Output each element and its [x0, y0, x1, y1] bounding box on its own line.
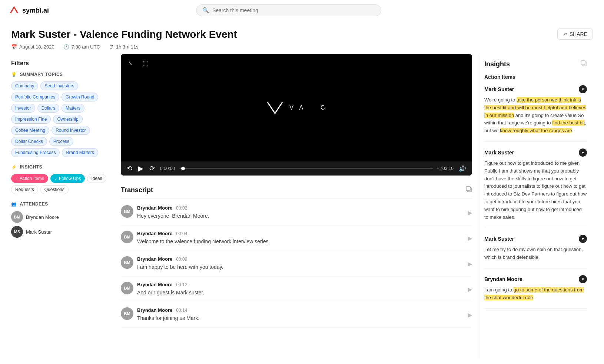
- page-title-area: Mark Suster - Valence Funding Network Ev…: [0, 21, 604, 54]
- normal-text: Let me try to do my own spin on that que…: [484, 247, 583, 260]
- transcript-timestamp: 00:12: [176, 282, 187, 287]
- transcript-play-button[interactable]: ▶: [468, 311, 472, 318]
- transcript-text: And our guest is Mark suster.: [137, 289, 464, 297]
- insight-card-header: Bryndan Moore ▾: [484, 275, 587, 283]
- video-progress-bar[interactable]: [179, 168, 433, 169]
- summary-topic-tag[interactable]: Process: [49, 137, 73, 146]
- video-progress-dot: [181, 167, 185, 170]
- video-container: ⤡ ⬚ V A C ⟲ ▶ ⟳ 0:00:00 -1:03: [121, 54, 472, 176]
- insight-card-text: Let me try to do my own spin on that que…: [484, 246, 587, 261]
- insights-section-title: Action Items: [484, 74, 587, 80]
- transcript-play-button[interactable]: ▶: [468, 235, 472, 242]
- summary-topic-tag[interactable]: Portfolio Companies: [11, 93, 59, 101]
- video-top-controls: ⤡ ⬚: [125, 58, 151, 68]
- video-brand-text: V A C: [289, 104, 327, 111]
- transcript-play-button[interactable]: ▶: [468, 260, 472, 267]
- transcript-meta: Bryndan Moore 00:12: [137, 282, 464, 287]
- insight-card: Mark Suster ▾ Figure out how to get intr…: [484, 148, 587, 228]
- transcript-entry: BM Bryndan Moore 00:02 Hey everyone, Bre…: [121, 200, 472, 226]
- app-logo[interactable]: symbl.ai: [9, 5, 49, 16]
- meta-time: 🕐 7:38 am UTC: [63, 44, 100, 50]
- summary-topic-tag[interactable]: Company: [11, 81, 38, 90]
- summary-topic-tag[interactable]: Impression Fine: [11, 115, 51, 124]
- meta-duration: ⏱ 1h 3m 11s: [109, 44, 139, 50]
- insight-filter-tag[interactable]: Questions: [40, 185, 69, 194]
- share-button[interactable]: ↗ SHARE: [557, 29, 593, 40]
- attendee-item[interactable]: BM Bryndan Moore: [11, 211, 115, 223]
- insights-copy-button[interactable]: [580, 60, 587, 68]
- summary-topic-tag[interactable]: Seed Investors: [40, 81, 78, 90]
- transcript-entry: BM Bryndan Moore 00:04 Welcome to the va…: [121, 226, 472, 251]
- attendees-list: BM Bryndan Moore MS Mark Suster: [11, 211, 115, 238]
- video-skip-back-btn[interactable]: ⟲: [126, 164, 133, 173]
- insights-cards-container: Mark Suster ▾ We're going to take the pe…: [484, 85, 587, 309]
- summary-topic-tag[interactable]: Fundraising Process: [11, 148, 60, 157]
- video-play-btn[interactable]: ▶: [137, 164, 144, 173]
- transcript-play-button[interactable]: ▶: [468, 209, 472, 216]
- summary-topic-tag[interactable]: Round Investor: [52, 126, 90, 135]
- video-logo: V A C: [266, 100, 327, 115]
- transcript-copy-button[interactable]: [465, 186, 472, 194]
- search-bar[interactable]: 🔍: [196, 4, 381, 16]
- transcript-entry-content: Bryndan Moore 00:14 Thanks for joining u…: [137, 307, 464, 322]
- video-current-time: 0:00:00: [160, 166, 175, 171]
- insight-card-text: Figure out how to get introduced to me g…: [484, 160, 587, 221]
- transcript-meta: Bryndan Moore 00:02: [137, 205, 464, 211]
- normal-text: .: [533, 295, 535, 300]
- attendee-item[interactable]: MS Mark Suster: [11, 226, 115, 238]
- insight-card-text: I am going to go to some of the question…: [484, 286, 587, 302]
- transcript-entry-content: Bryndan Moore 00:12 And our guest is Mar…: [137, 282, 464, 297]
- transcript-entries: BM Bryndan Moore 00:02 Hey everyone, Bre…: [121, 200, 472, 328]
- summary-topic-tag[interactable]: Dollars: [37, 104, 59, 113]
- insight-card: Bryndan Moore ▾ I am going to go to some…: [484, 275, 587, 309]
- insights-panel: Insights Action Items Mark Suster ▾ We'r…: [478, 54, 593, 359]
- insight-card-header: Mark Suster ▾: [484, 235, 587, 243]
- transcript-text: Hey everyone, Brendan Moore.: [137, 212, 464, 220]
- attendee-avatar: BM: [11, 211, 23, 223]
- insight-filter-tag[interactable]: ✓ Follow Ups: [50, 174, 85, 183]
- video-volume-btn[interactable]: 🔊: [458, 165, 467, 172]
- video-fullscreen-btn[interactable]: ⤡: [125, 58, 136, 68]
- insights-filter-label: INSIGHTS: [20, 164, 43, 170]
- video-total-time: -1:03:10: [437, 166, 454, 171]
- summary-topics-section: 💡 SUMMARY TOPICS CompanySeed InvestorsPo…: [11, 72, 115, 157]
- summary-topic-tag[interactable]: Growth Round: [62, 93, 98, 101]
- people-icon: 👥: [11, 201, 17, 207]
- video-skip-forward-btn[interactable]: ⟳: [149, 164, 156, 173]
- insight-filter-tag[interactable]: ✓ Action Items: [11, 174, 48, 183]
- insight-card-toggle[interactable]: ▾: [579, 148, 587, 157]
- summary-topic-tag[interactable]: Investor: [11, 104, 35, 113]
- summary-topic-tag[interactable]: Coffee Meeting: [11, 126, 49, 135]
- transcript-entry: BM Bryndan Moore 00:09 I am happy to be …: [121, 251, 472, 277]
- insight-card-toggle[interactable]: ▾: [579, 235, 587, 243]
- transcript-section: Transcript BM Bryndan Moore 00:02 Hey ev…: [121, 181, 472, 328]
- meta-date: 📅 August 18, 2020: [11, 44, 54, 50]
- insight-filter-tag[interactable]: Ideas: [87, 174, 106, 183]
- insight-card-speaker: Bryndan Moore: [484, 276, 522, 282]
- insight-card-toggle[interactable]: ▾: [579, 85, 587, 93]
- insight-card-speaker: Mark Suster: [484, 86, 514, 92]
- transcript-play-button[interactable]: ▶: [468, 286, 472, 293]
- search-input[interactable]: [212, 7, 375, 13]
- transcript-speaker-avatar: BM: [121, 256, 133, 269]
- highlighted-text: know roughly what the ranges are: [500, 128, 572, 133]
- insight-filter-tag[interactable]: Requests: [11, 185, 38, 194]
- transcript-timestamp: 00:02: [176, 206, 187, 211]
- calendar-icon: 📅: [11, 44, 17, 50]
- transcript-speaker-name: Bryndan Moore: [137, 205, 172, 211]
- transcript-speaker-avatar: BM: [121, 231, 133, 243]
- summary-topic-tag[interactable]: Matters: [62, 104, 84, 113]
- transcript-timestamp: 00:09: [176, 257, 187, 262]
- insights-panel-title: Insights: [484, 60, 587, 68]
- transcript-timestamp: 00:04: [176, 231, 187, 236]
- bulb-icon: 💡: [11, 72, 17, 77]
- transcript-meta: Bryndan Moore 00:09: [137, 256, 464, 262]
- video-pip-btn[interactable]: ⬚: [139, 58, 151, 68]
- summary-topic-tag[interactable]: Brand Matters: [62, 148, 98, 157]
- transcript-text: I am happy to be here with you today.: [137, 263, 464, 271]
- transcript-meta: Bryndan Moore 00:04: [137, 231, 464, 236]
- summary-topic-tag[interactable]: Dollar Checks: [11, 137, 47, 146]
- summary-topic-tag[interactable]: Ownership: [53, 115, 82, 124]
- insight-card-toggle[interactable]: ▾: [579, 275, 587, 283]
- insights-filter-header: ⚡ INSIGHTS: [11, 164, 115, 170]
